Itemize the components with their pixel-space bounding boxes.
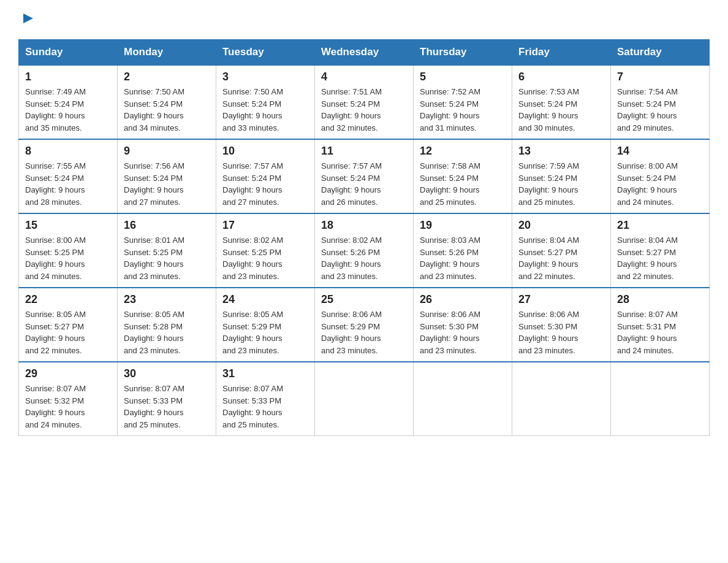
day-info: Sunrise: 8:02 AMSunset: 5:26 PMDaylight:… xyxy=(321,234,407,282)
day-number: 30 xyxy=(124,367,210,380)
header-monday: Monday xyxy=(118,40,216,66)
day-number: 4 xyxy=(321,71,407,83)
day-number: 25 xyxy=(321,293,407,306)
calendar-cell xyxy=(512,362,611,436)
calendar-cell: 9Sunrise: 7:56 AMSunset: 5:24 PMDaylight… xyxy=(118,139,216,213)
day-number: 29 xyxy=(25,367,111,380)
calendar-cell: 7Sunrise: 7:54 AMSunset: 5:24 PMDaylight… xyxy=(611,65,710,139)
calendar-cell xyxy=(414,362,512,436)
day-number: 12 xyxy=(420,145,506,158)
day-info: Sunrise: 7:50 AMSunset: 5:24 PMDaylight:… xyxy=(222,86,308,134)
calendar-week-row: 29Sunrise: 8:07 AMSunset: 5:32 PMDayligh… xyxy=(19,362,710,436)
page-header xyxy=(18,12,710,27)
calendar-cell: 16Sunrise: 8:01 AMSunset: 5:25 PMDayligh… xyxy=(118,213,216,288)
day-info: Sunrise: 8:06 AMSunset: 5:29 PMDaylight:… xyxy=(321,308,407,356)
calendar-cell: 26Sunrise: 8:06 AMSunset: 5:30 PMDayligh… xyxy=(414,288,512,362)
calendar-cell: 2Sunrise: 7:50 AMSunset: 5:24 PMDaylight… xyxy=(118,65,216,139)
calendar-cell: 22Sunrise: 8:05 AMSunset: 5:27 PMDayligh… xyxy=(19,288,118,362)
day-number: 16 xyxy=(124,219,210,232)
day-number: 13 xyxy=(518,145,604,158)
logo xyxy=(18,12,34,27)
day-info: Sunrise: 7:50 AMSunset: 5:24 PMDaylight:… xyxy=(124,86,210,134)
day-number: 5 xyxy=(420,71,506,83)
calendar-cell: 20Sunrise: 8:04 AMSunset: 5:27 PMDayligh… xyxy=(512,213,611,288)
day-number: 20 xyxy=(518,219,604,232)
header-wednesday: Wednesday xyxy=(315,40,414,66)
day-number: 26 xyxy=(420,293,506,306)
day-info: Sunrise: 7:51 AMSunset: 5:24 PMDaylight:… xyxy=(321,86,407,134)
header-saturday: Saturday xyxy=(611,40,710,66)
day-info: Sunrise: 8:07 AMSunset: 5:31 PMDaylight:… xyxy=(617,308,703,356)
calendar-cell: 1Sunrise: 7:49 AMSunset: 5:24 PMDaylight… xyxy=(19,65,118,139)
day-number: 23 xyxy=(124,293,210,306)
day-info: Sunrise: 7:56 AMSunset: 5:24 PMDaylight:… xyxy=(124,160,210,208)
day-number: 8 xyxy=(25,145,111,158)
day-info: Sunrise: 7:52 AMSunset: 5:24 PMDaylight:… xyxy=(420,86,506,134)
day-number: 17 xyxy=(222,219,308,232)
day-info: Sunrise: 8:04 AMSunset: 5:27 PMDaylight:… xyxy=(518,234,604,282)
day-info: Sunrise: 8:00 AMSunset: 5:24 PMDaylight:… xyxy=(617,160,703,208)
calendar-cell: 31Sunrise: 8:07 AMSunset: 5:33 PMDayligh… xyxy=(216,362,315,436)
calendar-cell: 18Sunrise: 8:02 AMSunset: 5:26 PMDayligh… xyxy=(315,213,414,288)
day-number: 28 xyxy=(617,293,703,306)
day-number: 14 xyxy=(617,145,703,158)
calendar-cell: 13Sunrise: 7:59 AMSunset: 5:24 PMDayligh… xyxy=(512,139,611,213)
day-number: 10 xyxy=(222,145,308,158)
calendar-cell: 5Sunrise: 7:52 AMSunset: 5:24 PMDaylight… xyxy=(414,65,512,139)
day-info: Sunrise: 8:07 AMSunset: 5:32 PMDaylight:… xyxy=(25,383,111,431)
day-info: Sunrise: 7:53 AMSunset: 5:24 PMDaylight:… xyxy=(518,86,604,134)
day-number: 11 xyxy=(321,145,407,158)
calendar-cell: 17Sunrise: 8:02 AMSunset: 5:25 PMDayligh… xyxy=(216,213,315,288)
calendar-cell: 10Sunrise: 7:57 AMSunset: 5:24 PMDayligh… xyxy=(216,139,315,213)
day-info: Sunrise: 7:59 AMSunset: 5:24 PMDaylight:… xyxy=(518,160,604,208)
calendar-week-row: 1Sunrise: 7:49 AMSunset: 5:24 PMDaylight… xyxy=(19,65,710,139)
calendar-cell: 12Sunrise: 7:58 AMSunset: 5:24 PMDayligh… xyxy=(414,139,512,213)
logo-flag-icon xyxy=(21,12,34,26)
calendar-cell: 3Sunrise: 7:50 AMSunset: 5:24 PMDaylight… xyxy=(216,65,315,139)
day-info: Sunrise: 8:06 AMSunset: 5:30 PMDaylight:… xyxy=(518,308,604,356)
day-number: 27 xyxy=(518,293,604,306)
calendar-cell: 6Sunrise: 7:53 AMSunset: 5:24 PMDaylight… xyxy=(512,65,611,139)
calendar-header-row: SundayMondayTuesdayWednesdayThursdayFrid… xyxy=(19,40,710,66)
calendar-cell: 14Sunrise: 8:00 AMSunset: 5:24 PMDayligh… xyxy=(611,139,710,213)
day-info: Sunrise: 8:05 AMSunset: 5:28 PMDaylight:… xyxy=(124,308,210,356)
day-number: 22 xyxy=(25,293,111,306)
day-info: Sunrise: 8:07 AMSunset: 5:33 PMDaylight:… xyxy=(124,383,210,431)
calendar-cell: 4Sunrise: 7:51 AMSunset: 5:24 PMDaylight… xyxy=(315,65,414,139)
calendar-cell: 30Sunrise: 8:07 AMSunset: 5:33 PMDayligh… xyxy=(118,362,216,436)
day-number: 6 xyxy=(518,71,604,83)
calendar-cell xyxy=(315,362,414,436)
day-info: Sunrise: 7:49 AMSunset: 5:24 PMDaylight:… xyxy=(25,86,111,134)
day-number: 3 xyxy=(222,71,308,83)
day-number: 19 xyxy=(420,219,506,232)
day-info: Sunrise: 8:03 AMSunset: 5:26 PMDaylight:… xyxy=(420,234,506,282)
day-number: 1 xyxy=(25,71,111,83)
day-info: Sunrise: 7:54 AMSunset: 5:24 PMDaylight:… xyxy=(617,86,703,134)
calendar-week-row: 15Sunrise: 8:00 AMSunset: 5:25 PMDayligh… xyxy=(19,213,710,288)
day-number: 21 xyxy=(617,219,703,232)
day-number: 15 xyxy=(25,219,111,232)
day-info: Sunrise: 7:55 AMSunset: 5:24 PMDaylight:… xyxy=(25,160,111,208)
header-sunday: Sunday xyxy=(19,40,118,66)
day-info: Sunrise: 8:05 AMSunset: 5:29 PMDaylight:… xyxy=(222,308,308,356)
svg-marker-0 xyxy=(23,13,33,23)
day-info: Sunrise: 7:57 AMSunset: 5:24 PMDaylight:… xyxy=(222,160,308,208)
calendar-cell: 8Sunrise: 7:55 AMSunset: 5:24 PMDaylight… xyxy=(19,139,118,213)
calendar-week-row: 22Sunrise: 8:05 AMSunset: 5:27 PMDayligh… xyxy=(19,288,710,362)
day-info: Sunrise: 8:04 AMSunset: 5:27 PMDaylight:… xyxy=(617,234,703,282)
calendar-table: SundayMondayTuesdayWednesdayThursdayFrid… xyxy=(18,39,710,436)
day-number: 2 xyxy=(124,71,210,83)
calendar-week-row: 8Sunrise: 7:55 AMSunset: 5:24 PMDaylight… xyxy=(19,139,710,213)
day-info: Sunrise: 8:06 AMSunset: 5:30 PMDaylight:… xyxy=(420,308,506,356)
header-tuesday: Tuesday xyxy=(216,40,315,66)
day-info: Sunrise: 8:05 AMSunset: 5:27 PMDaylight:… xyxy=(25,308,111,356)
day-number: 7 xyxy=(617,71,703,83)
calendar-cell: 19Sunrise: 8:03 AMSunset: 5:26 PMDayligh… xyxy=(414,213,512,288)
header-friday: Friday xyxy=(512,40,611,66)
day-info: Sunrise: 8:07 AMSunset: 5:33 PMDaylight:… xyxy=(222,383,308,431)
calendar-cell: 23Sunrise: 8:05 AMSunset: 5:28 PMDayligh… xyxy=(118,288,216,362)
calendar-cell xyxy=(611,362,710,436)
calendar-cell: 27Sunrise: 8:06 AMSunset: 5:30 PMDayligh… xyxy=(512,288,611,362)
day-info: Sunrise: 7:57 AMSunset: 5:24 PMDaylight:… xyxy=(321,160,407,208)
calendar-cell: 11Sunrise: 7:57 AMSunset: 5:24 PMDayligh… xyxy=(315,139,414,213)
